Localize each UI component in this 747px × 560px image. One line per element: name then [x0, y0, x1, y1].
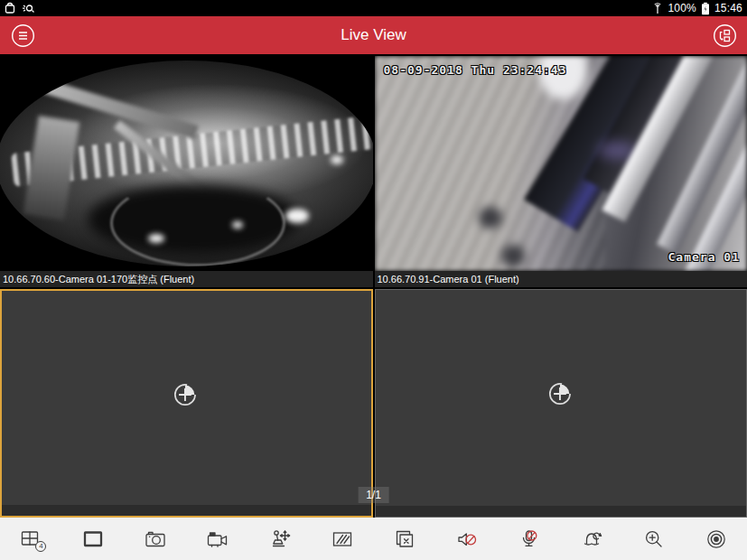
camera-label: 10.66.70.91-Camera 01 (Fluent)	[375, 271, 747, 287]
signal-icon	[652, 3, 663, 14]
battery-percent: 100%	[668, 2, 696, 14]
menu-icon	[11, 23, 35, 48]
single-window-button[interactable]	[62, 518, 125, 560]
window-select-icon	[713, 23, 737, 48]
status-bar: 100% 15:46	[0, 0, 747, 16]
two-way-audio-muted-icon	[518, 527, 541, 551]
image-quality-icon	[331, 527, 354, 551]
window-select-button[interactable]	[712, 23, 737, 48]
battery-charging-icon	[701, 2, 710, 15]
empty-pane[interactable]	[375, 289, 747, 518]
add-camera-icon[interactable]	[170, 378, 202, 411]
app-header: Live View	[0, 16, 747, 54]
digital-zoom-icon	[642, 527, 666, 551]
digital-zoom-button[interactable]	[622, 518, 685, 560]
alarm-output-icon	[580, 527, 603, 551]
video-feed-camera01: 08-09-2018 Thu 23:24:43 Camera 01	[375, 56, 747, 271]
two-way-audio-button[interactable]	[498, 518, 560, 560]
camera01-scene	[375, 56, 747, 271]
eye-comfort-icon	[22, 2, 35, 14]
pane-bottom-strip	[376, 506, 747, 517]
osd-camera-name: Camera 01	[668, 250, 740, 264]
live-view-grid: 10.66.70.60-Camera 01-170监控点 (Fluent) 08…	[0, 56, 747, 518]
ptz-icon	[268, 527, 292, 551]
division-count-badge: 4	[35, 541, 46, 552]
close-all-button[interactable]	[374, 518, 436, 560]
empty-pane-selected[interactable]	[0, 289, 373, 518]
video-feed-fisheye	[0, 56, 373, 271]
record-icon	[206, 527, 229, 551]
audio-mute-button[interactable]	[435, 518, 498, 560]
add-camera-icon[interactable]	[545, 378, 577, 410]
osd-datetime: 08-09-2018 Thu 23:24:43	[384, 63, 567, 77]
capture-button[interactable]	[125, 518, 187, 560]
live-view-toolbar: 4	[0, 518, 747, 560]
menu-button[interactable]	[10, 23, 35, 48]
fisheye-icon	[705, 527, 728, 551]
close-all-icon	[393, 527, 416, 551]
page-indicator: 1/1	[358, 487, 389, 503]
image-quality-button[interactable]	[312, 518, 374, 560]
clock: 15:46	[714, 2, 742, 14]
audio-muted-icon	[455, 527, 479, 551]
window-division-button[interactable]: 4	[0, 518, 62, 560]
video-pane-1[interactable]: 10.66.70.60-Camera 01-170监控点 (Fluent)	[0, 56, 373, 287]
capture-icon	[144, 527, 167, 551]
page-title: Live View	[0, 26, 747, 44]
fisheye-scene	[0, 56, 373, 271]
fisheye-button[interactable]	[685, 518, 747, 560]
single-window-icon	[81, 527, 105, 551]
pane-bottom-strip	[2, 505, 371, 516]
video-pane-2[interactable]: 08-09-2018 Thu 23:24:43 Camera 01 10.66.…	[375, 56, 747, 287]
camera-label: 10.66.70.60-Camera 01-170监控点 (Fluent)	[0, 271, 373, 287]
screen-capture-icon	[5, 2, 17, 14]
record-button[interactable]	[187, 518, 249, 560]
alarm-output-button[interactable]	[560, 518, 622, 560]
ptz-button[interactable]	[249, 518, 312, 560]
